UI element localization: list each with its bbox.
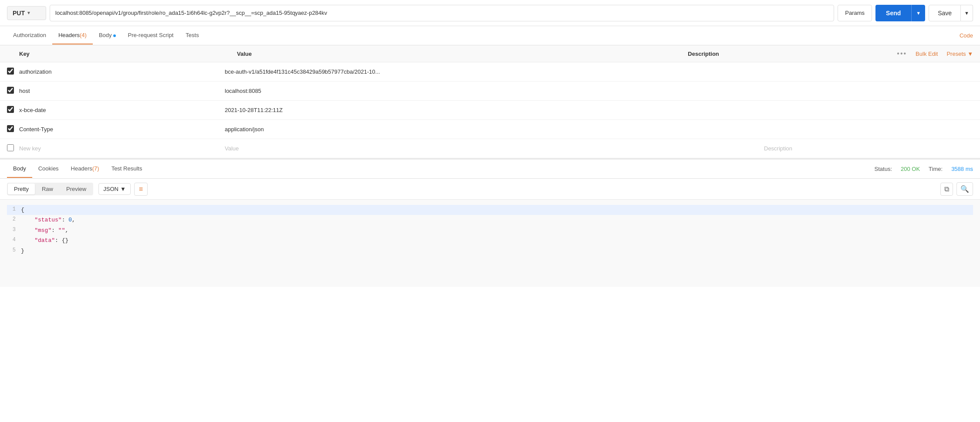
tab-prerequest[interactable]: Pre-request Script — [122, 27, 180, 44]
send-btn-group: Send ▼ — [875, 5, 925, 21]
code-line-3: 3 "msg": "", — [7, 225, 973, 235]
format-tabs: Pretty Raw Preview — [7, 183, 93, 195]
method-label: PUT — [13, 10, 25, 17]
row-1-checkbox[interactable] — [7, 87, 14, 94]
row-2-checkbox-cell — [7, 106, 19, 114]
col-header-key: Key — [19, 51, 237, 57]
row-1-value: localhost:8085 — [225, 88, 764, 94]
code-line-1: 1 { — [7, 205, 973, 215]
row-2-key: x-bce-date — [19, 107, 225, 113]
row-0-key: authorization — [19, 68, 225, 75]
status-value: 200 OK — [901, 166, 920, 172]
line-content-2: "status": 0, — [21, 215, 973, 225]
tab-body[interactable]: Body — [93, 27, 122, 44]
table-row: Content-Type application/json — [0, 120, 980, 139]
json-format-chevron-icon: ▼ — [120, 186, 126, 192]
params-button[interactable]: Params — [838, 5, 872, 21]
code-line-5: 5 } — [7, 246, 973, 256]
tab-headers-label: Headers — [58, 32, 80, 38]
table-header: Key Value Description ••• Bulk Edit Pres… — [0, 45, 980, 62]
presets-chevron-icon: ▼ — [967, 51, 973, 57]
method-chevron-icon: ▼ — [27, 10, 31, 15]
resp-status-area: Status: 200 OK Time: 3588 ms — [875, 166, 973, 172]
new-key-row: New key Value Description — [0, 139, 980, 158]
save-dropdown-button[interactable]: ▼ — [961, 5, 973, 21]
row-2-value: 2021-10-28T11:22:11Z — [225, 107, 764, 113]
save-button[interactable]: Save — [929, 5, 961, 21]
line-content-5: } — [21, 246, 973, 256]
row-3-checkbox-cell — [7, 125, 19, 133]
row-0-checkbox[interactable] — [7, 68, 14, 75]
line-content-3: "msg": "", — [21, 225, 973, 235]
line-num-5: 5 — [7, 246, 16, 256]
tab-code[interactable]: Code — [960, 32, 973, 39]
table-row: host localhost:8085 — [0, 82, 980, 101]
new-row-checkbox-cell — [7, 144, 19, 153]
body-dot-icon — [113, 34, 116, 37]
resp-tab-cookies[interactable]: Cookies — [32, 160, 65, 178]
response-tabs-bar: Body Cookies Headers(7) Test Results Sta… — [0, 160, 980, 179]
code-line-4: 4 "data": {} — [7, 235, 973, 245]
resp-tab-test-results[interactable]: Test Results — [105, 160, 149, 178]
request-tabs: Authorization Headers(4) Body Pre-reques… — [0, 26, 980, 45]
tab-headers-count: (4) — [80, 32, 87, 38]
tab-headers[interactable]: Headers(4) — [52, 27, 93, 44]
row-1-checkbox-cell — [7, 87, 19, 95]
send-dropdown-button[interactable]: ▼ — [911, 5, 925, 21]
row-3-value: application/json — [225, 126, 764, 133]
method-selector[interactable]: PUT ▼ — [7, 6, 46, 20]
row-0-value: bce-auth-v1/a51fde4f131c45c38429a59b5797… — [225, 68, 764, 75]
resp-tab-headers-label: Headers — [71, 165, 92, 172]
code-line-2: 2 "status": 0, — [7, 215, 973, 225]
json-format-selector[interactable]: JSON ▼ — [98, 183, 131, 195]
resp-tab-headers-count: (7) — [92, 165, 99, 172]
copy-button[interactable]: ⧉ — [940, 183, 953, 196]
line-num-1: 1 — [7, 205, 16, 215]
fmt-tab-preview[interactable]: Preview — [60, 184, 92, 194]
fmt-tab-raw[interactable]: Raw — [36, 184, 59, 194]
headers-table: Key Value Description ••• Bulk Edit Pres… — [0, 45, 980, 159]
col-header-value: Value — [237, 51, 688, 57]
wrap-icon: ≡ — [139, 185, 143, 193]
table-row: authorization bce-auth-v1/a51fde4f131c45… — [0, 62, 980, 82]
presets-label: Presets — [946, 51, 966, 57]
tab-tests[interactable]: Tests — [179, 27, 205, 44]
line-num-4: 4 — [7, 235, 16, 245]
table-row: x-bce-date 2021-10-28T11:22:11Z — [0, 101, 980, 120]
col-header-desc: Description — [688, 51, 897, 57]
top-bar: PUT ▼ Params Send ▼ Save ▼ — [0, 0, 980, 26]
line-num-2: 2 — [7, 215, 16, 225]
resp-tab-body[interactable]: Body — [7, 160, 32, 178]
new-key-input[interactable]: New key — [19, 145, 225, 152]
row-1-key: host — [19, 88, 225, 94]
wrap-button[interactable]: ≡ — [134, 183, 148, 196]
new-desc-input[interactable]: Description — [764, 145, 973, 152]
row-3-key: Content-Type — [19, 126, 225, 133]
more-options-icon[interactable]: ••• — [897, 50, 907, 58]
line-num-3: 3 — [7, 225, 16, 235]
resp-tab-headers[interactable]: Headers(7) — [65, 160, 105, 178]
time-label: Time: — [929, 166, 943, 172]
time-value: 3588 ms — [951, 166, 973, 172]
tab-body-label: Body — [99, 32, 112, 38]
new-value-input[interactable]: Value — [225, 145, 764, 152]
json-format-label: JSON — [103, 186, 118, 192]
search-button[interactable]: 🔍 — [956, 182, 973, 196]
save-btn-group: Save ▼ — [929, 5, 973, 21]
response-section: Body Cookies Headers(7) Test Results Sta… — [0, 159, 980, 287]
row-3-checkbox[interactable] — [7, 125, 14, 132]
send-button[interactable]: Send — [875, 5, 911, 21]
row-2-checkbox[interactable] — [7, 106, 14, 113]
presets-button[interactable]: Presets ▼ — [946, 51, 973, 57]
response-toolbar: Pretty Raw Preview JSON ▼ ≡ ⧉ 🔍 — [0, 179, 980, 200]
status-label: Status: — [875, 166, 892, 172]
line-content-4: "data": {} — [21, 235, 973, 245]
new-row-checkbox[interactable] — [7, 144, 14, 151]
col-actions: ••• Bulk Edit Presets ▼ — [897, 50, 973, 58]
fmt-tab-pretty[interactable]: Pretty — [8, 184, 35, 194]
code-area: 1 { 2 "status": 0, 3 "msg": "", 4 "data"… — [0, 200, 980, 287]
url-input[interactable] — [50, 5, 834, 21]
tab-authorization[interactable]: Authorization — [7, 27, 52, 44]
bulk-edit-button[interactable]: Bulk Edit — [916, 51, 938, 57]
line-content-1: { — [21, 205, 973, 215]
